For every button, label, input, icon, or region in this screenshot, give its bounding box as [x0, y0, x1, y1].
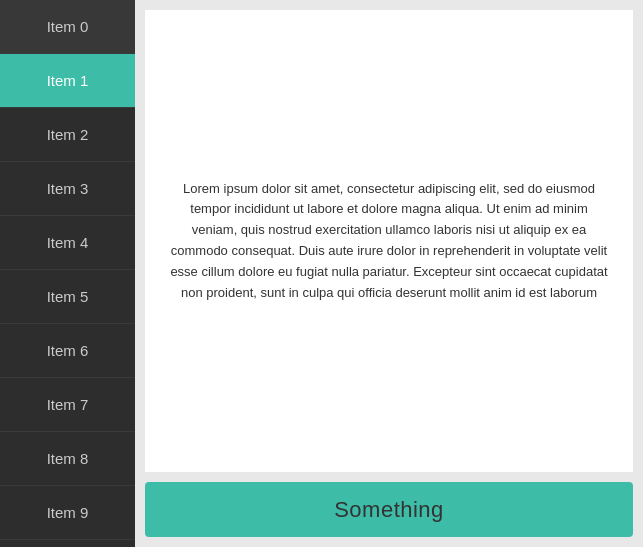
main-content: Lorem ipsum dolor sit amet, consectetur … [135, 0, 643, 547]
sidebar-item-1[interactable]: Item 1 [0, 54, 135, 108]
sidebar-item-3[interactable]: Item 3 [0, 162, 135, 216]
sidebar-item-8[interactable]: Item 8 [0, 432, 135, 486]
sidebar-item-label-3: Item 3 [47, 180, 89, 197]
sidebar-item-label-4: Item 4 [47, 234, 89, 251]
something-button[interactable]: Something [145, 482, 633, 537]
sidebar-item-label-9: Item 9 [47, 504, 89, 521]
sidebar-item-0[interactable]: Item 0 [0, 0, 135, 54]
sidebar-item-6[interactable]: Item 6 [0, 324, 135, 378]
sidebar-item-2[interactable]: Item 2 [0, 108, 135, 162]
content-text: Lorem ipsum dolor sit amet, consectetur … [169, 179, 609, 304]
sidebar-item-9[interactable]: Item 9 [0, 486, 135, 540]
sidebar-item-5[interactable]: Item 5 [0, 270, 135, 324]
sidebar-item-7[interactable]: Item 7 [0, 378, 135, 432]
sidebar-item-label-7: Item 7 [47, 396, 89, 413]
sidebar-item-label-6: Item 6 [47, 342, 89, 359]
sidebar-item-label-0: Item 0 [47, 18, 89, 35]
sidebar-item-label-5: Item 5 [47, 288, 89, 305]
sidebar: Item 0 Item 1 Item 2 Item 3 Item 4 Item … [0, 0, 135, 547]
content-area: Lorem ipsum dolor sit amet, consectetur … [145, 10, 633, 472]
sidebar-item-label-8: Item 8 [47, 450, 89, 467]
sidebar-item-4[interactable]: Item 4 [0, 216, 135, 270]
sidebar-item-label-2: Item 2 [47, 126, 89, 143]
sidebar-item-label-1: Item 1 [47, 72, 89, 89]
button-area: Something [135, 472, 643, 547]
